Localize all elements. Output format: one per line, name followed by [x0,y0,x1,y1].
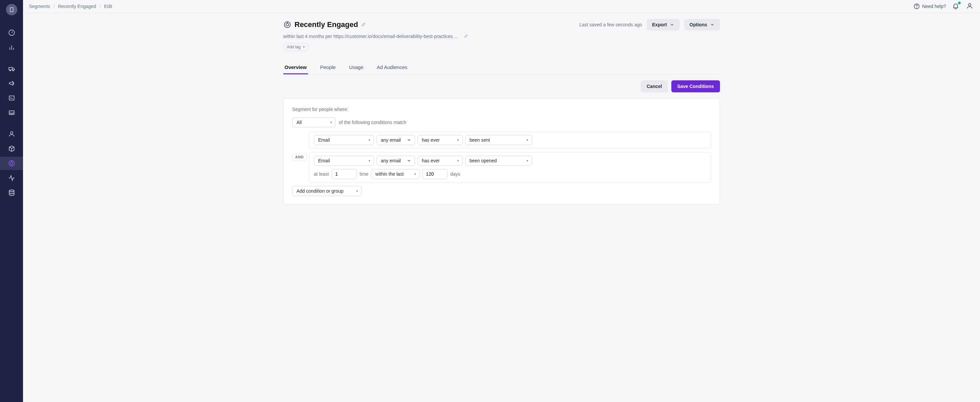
add-condition-button[interactable]: Add condition or group [292,186,362,196]
breadcrumb-current: Edit [104,4,112,9]
svg-point-17 [10,162,13,164]
tab-usage[interactable]: Usage [348,60,365,74]
breadcrumb: Segments / Recently Engaged / Edit [29,4,112,9]
sidebar-item-terminal[interactable] [0,91,23,105]
breadcrumb-sep: / [99,4,101,9]
and-badge: AND [292,153,307,160]
sidebar-item-package[interactable] [0,142,23,155]
days-label: days [450,171,460,177]
any-email-select[interactable]: any email [377,135,415,145]
edit-description-button[interactable] [464,34,468,39]
user-icon [966,2,973,10]
plus-icon: + [303,44,305,49]
match-suffix: of the following conditions match [339,120,406,125]
cancel-button[interactable]: Cancel [641,80,668,92]
time-label: time [360,171,368,177]
truck-icon [8,65,15,72]
sidebar-item-delivery[interactable] [0,62,23,75]
breadcrumb-parent[interactable]: Recently Engaged [58,4,96,9]
cube-icon [8,145,15,153]
at-least-input[interactable] [332,169,357,179]
tab-overview[interactable]: Overview [283,60,308,74]
sidebar-item-segments[interactable] [0,157,23,170]
need-help-label: Need help? [922,4,946,9]
when-select[interactable]: has ever [418,135,463,145]
export-button[interactable]: Export [647,19,679,30]
action-select[interactable]: been opened [465,156,532,166]
add-tag-label: Add tag [287,44,301,49]
any-email-label: any email [381,137,401,143]
days-input[interactable] [422,169,448,179]
database-icon [8,189,15,196]
svg-point-18 [9,190,14,192]
chevron-down-icon [407,138,411,142]
svg-point-10 [10,70,11,71]
tab-people[interactable]: People [319,60,337,74]
sidebar-item-broadcast[interactable] [0,77,23,90]
segment-icon [8,160,15,167]
svg-point-23 [286,23,289,26]
gauge-icon [8,29,15,37]
last-saved-label: Last saved a few seconds ago [579,22,642,27]
activity-icon [8,174,15,182]
tab-ad-audiences[interactable]: Ad Audiences [375,60,409,74]
person-icon [8,130,15,138]
segment-header-icon [283,21,291,29]
channel-select[interactable]: Email [314,135,374,145]
svg-rect-0 [10,8,13,12]
sidebar-item-database[interactable] [0,186,23,199]
notifications-button[interactable] [952,2,960,10]
breadcrumb-segments[interactable]: Segments [29,4,50,9]
notification-dot [958,2,961,4]
sidebar-item-dashboard[interactable] [0,26,23,39]
options-button[interactable]: Options [684,19,720,30]
action-select[interactable]: been sent [465,135,532,145]
svg-rect-9 [9,67,12,70]
sidebar-item-activity[interactable] [0,171,23,185]
svg-point-11 [13,70,14,71]
profile-button[interactable] [966,2,974,10]
need-help-button[interactable]: Need help? [913,3,946,10]
workspace-logo[interactable] [6,4,18,15]
page-header: Recently Engaged Last saved a few second… [283,13,720,51]
sidebar-item-person[interactable] [0,127,23,141]
at-least-label: at least [314,171,329,177]
description-text: within last 4 months per https://custome… [283,34,458,39]
action-row: Cancel Save Conditions [283,80,720,92]
edit-title-button[interactable] [361,22,366,28]
page-title: Recently Engaged [295,20,358,29]
sidebar-item-inbox[interactable] [0,106,23,119]
breadcrumb-sep: / [53,4,55,9]
when-select[interactable]: has ever [418,156,463,166]
any-email-select[interactable]: any email [377,156,415,166]
chevron-down-icon [407,158,411,163]
condition-group: AND Email any email has ever been sent [292,131,711,183]
help-icon [913,3,920,10]
pencil-icon [361,22,366,27]
svg-point-21 [968,4,970,6]
inbox-icon [8,109,15,116]
conditions-intro: Segment for people where: [292,106,711,112]
main-content: Segments / Recently Engaged / Edit Need … [23,0,980,402]
topbar: Segments / Recently Engaged / Edit Need … [23,0,980,13]
content-area: Cancel Save Conditions Segment for peopl… [283,74,720,211]
chevron-down-icon [670,22,675,27]
terminal-icon [8,94,15,102]
match-all-select[interactable]: All [292,118,336,127]
save-conditions-button[interactable]: Save Conditions [671,80,720,92]
sidebar-item-analytics[interactable] [0,41,23,54]
channel-select[interactable]: Email [314,156,374,166]
megaphone-icon [8,79,15,87]
chevron-down-icon [710,22,715,27]
any-email-label: any email [381,158,401,163]
bar-chart-icon [8,44,15,51]
sidebar [0,0,23,402]
condition-row: Email any email has ever been sent [309,131,711,149]
description-row: within last 4 months per https://custome… [283,34,720,39]
svg-point-14 [10,132,13,134]
within-select[interactable]: within the last [371,169,420,179]
pencil-icon [464,34,468,38]
condition-row: Email any email has ever been opened at … [309,152,711,183]
add-tag-button[interactable]: Add tag + [283,43,309,51]
export-label: Export [652,22,667,27]
